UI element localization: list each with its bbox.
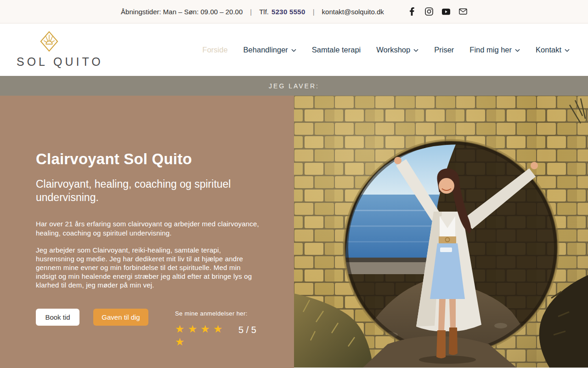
star-icon: ★ bbox=[200, 324, 210, 334]
star-icon: ★ bbox=[213, 324, 223, 334]
nav-item-samtale-terapi[interactable]: Samtale terapi bbox=[312, 46, 361, 54]
rating-row: ★ ★ ★ ★ ★ 5 / 5 bbox=[175, 324, 259, 347]
gaven-til-dig-button[interactable]: Gaven til dig bbox=[93, 309, 148, 326]
star-icon: ★ bbox=[175, 337, 185, 347]
hero-photo bbox=[294, 96, 588, 368]
opening-hours-text: Åbningstider: Man – Søn: 09.00 – 20.00 bbox=[121, 8, 243, 16]
star-icon: ★ bbox=[188, 324, 198, 334]
nav-label: Workshop bbox=[376, 46, 410, 54]
phone-label: Tlf. bbox=[259, 8, 269, 16]
chevron-down-icon bbox=[291, 49, 296, 52]
nav-label: Samtale terapi bbox=[312, 46, 361, 54]
hero-paragraph-1: Har over 21 års erfaring som clairvoyant… bbox=[36, 219, 260, 237]
chevron-down-icon bbox=[565, 49, 570, 52]
nav-label: Find mig her bbox=[469, 46, 512, 54]
hero-paragraph-2: Jeg arbejder som Clairvoyant, reiki-heal… bbox=[36, 246, 253, 289]
hero-subtitle: Clairvoyant, healing, coaching og spirit… bbox=[36, 178, 255, 205]
reviews-block: Se mine anmeldelser her: ★ ★ ★ ★ ★ 5 / 5 bbox=[175, 310, 259, 347]
star-icon: ★ bbox=[175, 324, 185, 334]
sun-diamond-logo-icon bbox=[40, 31, 103, 54]
nav-item-kontakt[interactable]: Kontakt bbox=[536, 46, 570, 54]
book-tid-button[interactable]: Book tid bbox=[36, 309, 79, 326]
cta-row: Book tid Gaven til dig Se mine anmeldels… bbox=[36, 309, 294, 347]
social-links bbox=[408, 7, 467, 16]
divider: | bbox=[249, 8, 253, 16]
hero-content: Clairvoyant Sol Quito Clairvoyant, heali… bbox=[0, 96, 294, 368]
nav-item-find-mig-her[interactable]: Find mig her bbox=[469, 46, 520, 54]
nav-label: Priser bbox=[434, 46, 454, 54]
phone-block: Tlf. 5230 5550 bbox=[259, 8, 305, 16]
hero-title: Clairvoyant Sol Quito bbox=[36, 150, 294, 168]
logo-text: SOL QUITO bbox=[17, 55, 103, 69]
divider: | bbox=[312, 8, 316, 16]
chevron-down-icon bbox=[515, 49, 520, 52]
nav-label: Kontakt bbox=[536, 46, 561, 54]
rating-value: 5 / 5 bbox=[238, 324, 259, 347]
email-link[interactable]: kontakt@solquito.dk bbox=[322, 8, 384, 16]
main-navigation: Forside Behandlinger Samtale terapi Work… bbox=[203, 46, 570, 54]
nav-label: Forside bbox=[203, 46, 228, 54]
logo[interactable]: SOL QUITO bbox=[17, 31, 103, 69]
star-rating[interactable]: ★ ★ ★ ★ ★ bbox=[175, 324, 226, 347]
chevron-down-icon bbox=[413, 49, 418, 52]
site-header: SOL QUITO Forside Behandlinger Samtale t… bbox=[0, 23, 588, 76]
reviews-label: Se mine anmeldelser her: bbox=[175, 310, 259, 317]
banner-label: JEG LAVER: bbox=[269, 82, 319, 90]
nav-label: Behandlinger bbox=[243, 46, 288, 54]
mail-icon[interactable] bbox=[459, 7, 467, 16]
hero-section: Clairvoyant Sol Quito Clairvoyant, heali… bbox=[0, 96, 588, 368]
youtube-icon[interactable] bbox=[442, 7, 450, 16]
nav-item-priser[interactable]: Priser bbox=[434, 46, 454, 54]
nav-item-forside[interactable]: Forside bbox=[203, 46, 228, 54]
phone-number-link[interactable]: 5230 5550 bbox=[271, 8, 305, 16]
section-banner: JEG LAVER: bbox=[0, 76, 588, 96]
nav-item-behandlinger[interactable]: Behandlinger bbox=[243, 46, 296, 54]
page: Åbningstider: Man – Søn: 09.00 – 20.00 |… bbox=[0, 0, 588, 368]
topbar: Åbningstider: Man – Søn: 09.00 – 20.00 |… bbox=[0, 0, 588, 23]
nav-item-workshop[interactable]: Workshop bbox=[376, 46, 418, 54]
facebook-icon[interactable] bbox=[408, 7, 416, 16]
instagram-icon[interactable] bbox=[425, 7, 433, 16]
